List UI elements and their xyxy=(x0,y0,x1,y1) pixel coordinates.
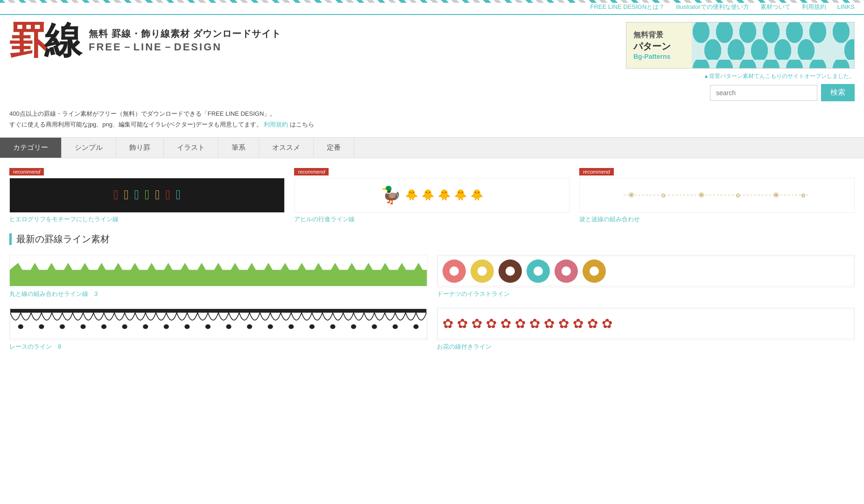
svg-text:❀: ❀ xyxy=(773,191,779,199)
search-input[interactable] xyxy=(710,85,817,101)
nav-link-links[interactable]: LINKS xyxy=(837,3,855,10)
svg-point-19 xyxy=(247,324,252,329)
flower-12: ✿ xyxy=(602,316,612,331)
desc-link-terms[interactable]: 利用規約 xyxy=(264,121,288,128)
lace-svg xyxy=(10,309,427,339)
donut-pink2 xyxy=(555,259,578,283)
tab-category[interactable]: カテゴリー xyxy=(0,138,62,158)
tab-osusume[interactable]: オススメ xyxy=(259,138,314,158)
flower-3: ✿ xyxy=(471,316,482,331)
main-content: recommend 𓀀 𓆈 𓅡 𓇳 𓊪 𓌀 𓎀 ヒエログリフをモチーフにしたライ… xyxy=(0,161,864,358)
search-button[interactable]: 検索 xyxy=(821,84,855,101)
hiero-sym-2: 𓆈 xyxy=(124,188,129,203)
flower-line-image: ✿ ✿ ✿ ✿ ✿ ✿ ✿ ✿ ✿ ✿ ✿ ✿ xyxy=(437,308,855,340)
comb-inner-decoration xyxy=(10,263,427,286)
lace-line-image xyxy=(9,308,428,340)
svg-text:❀: ❀ xyxy=(698,191,704,199)
svg-text:✿: ✿ xyxy=(736,192,740,199)
donut-line-image xyxy=(437,255,855,287)
banner[interactable]: 無料背景 パターン Bg-Patterns xyxy=(626,22,855,69)
hiero-sym-7: 𓎀 xyxy=(176,188,181,203)
svg-point-14 xyxy=(143,324,148,329)
svg-point-17 xyxy=(205,324,211,329)
svg-point-9 xyxy=(39,324,44,329)
nav-link-illustrator[interactable]: illustratorでの便利な使い方 xyxy=(676,3,749,10)
tab-kazari[interactable]: 飾り罫 xyxy=(116,138,164,158)
duck-image: 🦆 🐥 🐥 🐥 🐥 🐥 xyxy=(294,178,569,213)
flower-2: ✿ xyxy=(457,316,468,331)
desc-text1: 400点以上の罫線・ライン素材がフリー（無料）でダウンロードできる「FREE L… xyxy=(9,110,276,117)
svg-point-21 xyxy=(288,324,294,329)
svg-point-23 xyxy=(330,324,335,329)
latest-caption-1: 丸と線の組み合わせライン線 3 xyxy=(9,290,428,298)
donut-yellow2 xyxy=(583,259,606,283)
svg-point-22 xyxy=(309,324,315,329)
search-area: 検索 xyxy=(710,84,855,101)
featured-item-waves[interactable]: recommend ❀ ✿ ❀ ✿ ❀ ✿ 波と波線の組み合わせ xyxy=(579,168,855,224)
tab-illust[interactable]: イラスト xyxy=(164,138,218,158)
featured-item-ducks[interactable]: recommend 🦆 🐥 🐥 🐥 🐥 🐥 アヒルの行進ライン線 xyxy=(294,168,569,224)
latest-section-heading: 最新の罫線ライン素材 xyxy=(9,233,855,248)
flower-8: ✿ xyxy=(544,316,555,331)
duck-icon-small-5: 🐥 xyxy=(471,189,483,201)
flower-6: ✿ xyxy=(515,316,526,331)
svg-point-16 xyxy=(184,324,190,329)
wave-svg: ❀ ✿ ❀ ✿ ❀ ✿ xyxy=(593,183,840,207)
recommend-badge-3: recommend xyxy=(579,168,614,175)
site-description: 400点以上の罫線・ライン素材がフリー（無料）でダウンロードできる「FREE L… xyxy=(0,106,864,135)
site-logo: 罫線 xyxy=(9,22,79,59)
nav-link-about[interactable]: FREE LINE DESIGNとは？ xyxy=(590,3,665,10)
banner-text: 無料背景 パターン Bg-Patterns xyxy=(626,22,692,68)
hiero-symbols: 𓀀 𓆈 𓅡 𓇳 𓊪 𓌀 𓎀 xyxy=(109,185,185,205)
latest-grid: 丸と線の組み合わせライン線 3 ドーナツのイラストライン xyxy=(9,255,855,351)
featured-caption-1[interactable]: ヒエログリフをモチーフにしたライン線 xyxy=(9,215,285,224)
latest-item-flowers[interactable]: ✿ ✿ ✿ ✿ ✿ ✿ ✿ ✿ ✿ ✿ ✿ ✿ お花の線付きライン xyxy=(437,308,855,351)
hiero-sym-3: 𓅡 xyxy=(134,188,139,203)
svg-point-25 xyxy=(372,324,377,329)
flower-7: ✿ xyxy=(529,316,540,331)
latest-item-donuts[interactable]: ドーナツのイラストライン xyxy=(437,255,855,298)
header: 罫線 無料 罫線・飾り線素材 ダウンロードサイト FREE－LINE－DESIG… xyxy=(0,15,864,106)
duck-icon-small-4: 🐥 xyxy=(454,189,467,201)
svg-point-15 xyxy=(164,324,169,329)
flower-4: ✿ xyxy=(486,316,497,331)
lace-decoration xyxy=(10,308,427,339)
svg-point-13 xyxy=(122,324,127,329)
svg-point-12 xyxy=(101,324,106,329)
svg-point-24 xyxy=(351,324,356,329)
top-navigation: FREE LINE DESIGNとは？ illustratorでの便利な使い方 … xyxy=(0,0,864,15)
featured-caption-3[interactable]: 波と波線の組み合わせ xyxy=(579,215,855,224)
svg-point-20 xyxy=(268,324,273,329)
svg-point-27 xyxy=(414,324,419,329)
featured-caption-2[interactable]: アヒルの行進ライン線 xyxy=(294,215,569,224)
latest-caption-2: ドーナツのイラストライン xyxy=(437,290,855,298)
tab-fude[interactable]: 筆系 xyxy=(218,138,259,158)
header-left: 罫線 無料 罫線・飾り線素材 ダウンロードサイト FREE－LINE－DESIG… xyxy=(9,22,281,59)
svg-point-26 xyxy=(393,324,398,329)
nav-link-materials[interactable]: 素材ついて xyxy=(760,3,791,10)
banner-line1: 無料背景 xyxy=(633,30,685,40)
latest-caption-4: お花の線付きライン xyxy=(437,343,855,351)
svg-text:✿: ✿ xyxy=(661,192,666,199)
latest-item-comb[interactable]: 丸と線の組み合わせライン線 3 xyxy=(9,255,428,298)
svg-point-18 xyxy=(226,324,231,329)
banner-line3: Bg-Patterns xyxy=(633,53,685,60)
banner-pattern-decoration xyxy=(692,22,854,68)
banner-link[interactable]: ▲背景パターン素材てんこもりのサイトオープンしました。 xyxy=(703,72,855,80)
flower-1: ✿ xyxy=(443,316,453,331)
tab-teiban[interactable]: 定番 xyxy=(314,138,354,158)
hieroglyph-image: 𓀀 𓆈 𓅡 𓇳 𓊪 𓌀 𓎀 xyxy=(9,178,285,213)
logo-char2: 線 xyxy=(44,20,79,61)
nav-link-terms[interactable]: 利用規約 xyxy=(802,3,826,10)
featured-item-hieroglyph[interactable]: recommend 𓀀 𓆈 𓅡 𓇳 𓊪 𓌀 𓎀 ヒエログリフをモチーフにしたライ… xyxy=(9,168,285,224)
logo-char1: 罫 xyxy=(9,20,44,61)
banner-line2: パターン xyxy=(633,40,685,53)
flower-11: ✿ xyxy=(587,316,598,331)
flower-9: ✿ xyxy=(558,316,569,331)
tab-simple[interactable]: シンプル xyxy=(62,138,116,158)
latest-item-lace[interactable]: レースのライン 8 xyxy=(9,308,428,351)
site-tagline: 無料 罫線・飾り線素材 ダウンロードサイト FREE－LINE－DESIGN xyxy=(89,28,281,54)
recommend-badge-1: recommend xyxy=(9,168,44,175)
banner-image xyxy=(692,22,854,68)
svg-point-8 xyxy=(18,324,23,329)
